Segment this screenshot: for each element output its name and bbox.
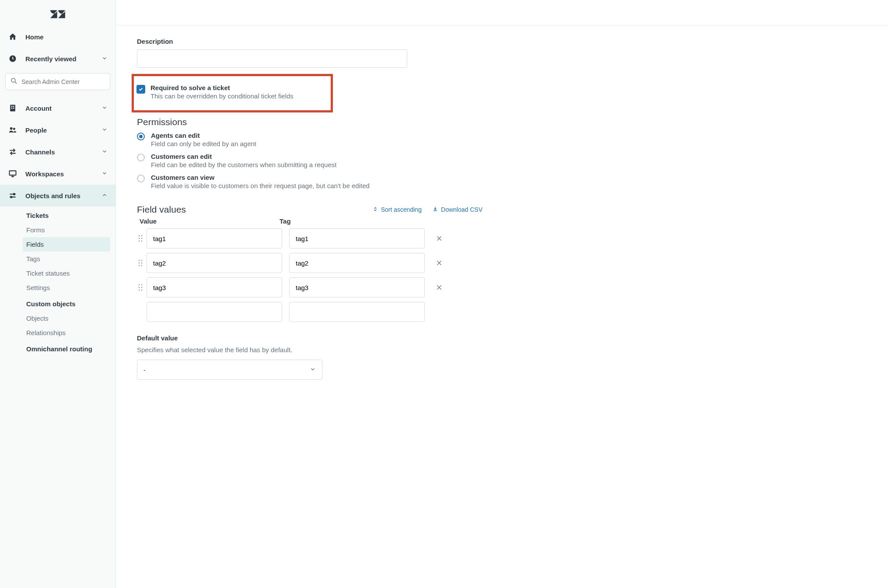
- chevron-down-icon: [101, 105, 108, 112]
- sidebar-label: Home: [25, 33, 44, 41]
- tag-input[interactable]: [289, 253, 425, 273]
- radio-desc: Field can only be edited by an agent: [151, 140, 256, 147]
- permission-customers-view[interactable]: Customers can view Field value is visibl…: [137, 174, 623, 189]
- radio-customers-view[interactable]: [137, 175, 145, 182]
- radio-customers-edit[interactable]: [137, 154, 145, 161]
- field-values-rows: [137, 228, 623, 298]
- sub-link-objects[interactable]: Objects: [0, 311, 110, 326]
- value-input[interactable]: [147, 253, 282, 273]
- permission-agents[interactable]: Agents can edit Field can only be edited…: [137, 132, 623, 147]
- field-value-row: [137, 228, 623, 248]
- drag-handle-icon[interactable]: [137, 259, 144, 266]
- svg-point-8: [13, 128, 15, 130]
- svg-point-14: [139, 238, 140, 239]
- value-input-empty[interactable]: [147, 302, 282, 322]
- required-to-solve-row[interactable]: Required to solve a ticket This can be o…: [136, 84, 326, 100]
- sort-ascending-button[interactable]: Sort ascending: [372, 206, 422, 214]
- radio-label: Agents can edit: [151, 132, 256, 139]
- svg-point-26: [139, 287, 140, 288]
- remove-row-button[interactable]: [433, 256, 446, 270]
- sidebar-label: People: [25, 126, 47, 134]
- value-input[interactable]: [147, 228, 282, 248]
- download-label: Download CSV: [441, 206, 482, 213]
- svg-point-24: [139, 284, 140, 286]
- default-value-select[interactable]: -: [137, 360, 322, 380]
- svg-rect-3: [11, 106, 13, 107]
- required-desc: This can be overridden by conditional ti…: [150, 92, 294, 100]
- search-box[interactable]: [5, 73, 110, 90]
- drag-handle-icon[interactable]: [137, 284, 144, 291]
- building-icon: [8, 103, 17, 113]
- default-label: Default value: [137, 334, 623, 342]
- sidebar-item-recent[interactable]: Recently viewed: [0, 48, 115, 70]
- drag-handle-icon[interactable]: [137, 235, 144, 242]
- sort-icon: [372, 206, 378, 214]
- clock-icon: [8, 54, 17, 63]
- svg-rect-5: [11, 108, 13, 109]
- sidebar-item-home[interactable]: Home: [0, 26, 115, 48]
- sub-link-ticket-statuses[interactable]: Ticket statuses: [0, 266, 110, 280]
- download-icon: [432, 206, 438, 214]
- topbar: [116, 0, 888, 25]
- svg-point-19: [141, 260, 143, 261]
- svg-point-12: [139, 235, 140, 237]
- tag-input-empty[interactable]: [289, 302, 425, 322]
- search-input[interactable]: [21, 78, 105, 85]
- chevron-down-icon: [101, 170, 108, 178]
- chevron-down-icon: [101, 148, 108, 156]
- sidebar-label: Workspaces: [25, 170, 64, 178]
- sub-link-relationships[interactable]: Relationships: [0, 326, 110, 340]
- remove-row-button[interactable]: [433, 232, 446, 245]
- required-label: Required to solve a ticket: [150, 84, 294, 91]
- svg-point-7: [10, 127, 13, 130]
- svg-point-27: [141, 287, 143, 288]
- sidebar-item-channels[interactable]: Channels: [0, 141, 115, 163]
- sub-link-forms[interactable]: Forms: [0, 223, 110, 237]
- svg-point-15: [141, 238, 143, 239]
- home-icon: [8, 32, 17, 42]
- svg-point-21: [141, 262, 143, 264]
- svg-point-16: [139, 241, 140, 242]
- chevron-up-icon: [101, 192, 108, 200]
- permission-customers-edit[interactable]: Customers can edit Field can be edited b…: [137, 153, 623, 168]
- sidebar-item-account[interactable]: Account: [0, 97, 115, 119]
- radio-label: Customers can edit: [151, 153, 336, 160]
- highlight-box: Required to solve a ticket This can be o…: [132, 74, 333, 112]
- download-csv-button[interactable]: Download CSV: [432, 206, 482, 214]
- search-icon: [10, 77, 18, 86]
- sub-link-tags[interactable]: Tags: [0, 252, 110, 266]
- radio-label: Customers can view: [151, 174, 370, 181]
- chevron-down-icon: [310, 366, 316, 374]
- radio-agents[interactable]: [137, 133, 145, 140]
- value-input[interactable]: [147, 277, 282, 298]
- tag-input[interactable]: [289, 277, 425, 298]
- sidebar-label: Objects and rules: [25, 192, 80, 200]
- description-input[interactable]: [137, 49, 407, 68]
- sidebar-item-workspaces[interactable]: Workspaces: [0, 163, 115, 185]
- tag-input[interactable]: [289, 228, 425, 248]
- content: Description Required to solve a ticket T…: [116, 25, 641, 406]
- field-value-row: [137, 253, 623, 273]
- radio-desc: Field value is visible to customers on t…: [151, 182, 370, 189]
- field-value-row-empty: [137, 302, 623, 322]
- sub-link-fields[interactable]: Fields: [23, 237, 110, 252]
- svg-point-18: [139, 260, 140, 261]
- svg-point-29: [141, 290, 143, 291]
- svg-point-22: [139, 265, 140, 266]
- sort-label: Sort ascending: [381, 206, 422, 213]
- chevron-down-icon: [101, 126, 108, 134]
- arrows-icon: [8, 147, 17, 157]
- sub-head-omnichannel: Omnichannel routing: [0, 340, 115, 356]
- col-value-header: Value: [140, 217, 280, 225]
- field-values-columns: Value Tag: [137, 217, 417, 225]
- sliders-icon: [8, 191, 17, 200]
- main-area: Description Required to solve a ticket T…: [116, 0, 888, 588]
- sidebar-item-objects-rules[interactable]: Objects and rules: [0, 185, 115, 206]
- sub-link-settings[interactable]: Settings: [0, 280, 110, 295]
- chevron-down-icon: [101, 55, 108, 63]
- sidebar-item-people[interactable]: People: [0, 119, 115, 141]
- default-value-selected: -: [143, 366, 310, 374]
- required-checkbox[interactable]: [136, 85, 145, 94]
- svg-point-25: [141, 284, 143, 286]
- remove-row-button[interactable]: [433, 281, 446, 294]
